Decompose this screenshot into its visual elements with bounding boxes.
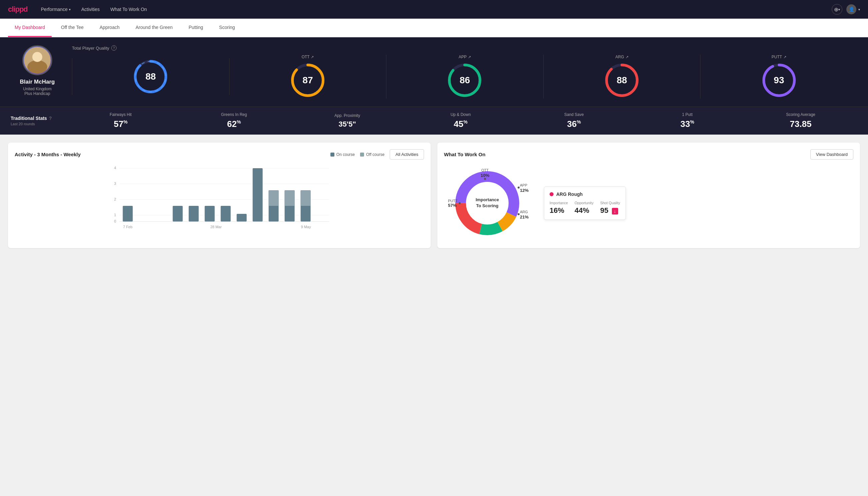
quality-section: Total Player Quality ? 88: [72, 45, 857, 98]
legend-off-course: Off course: [360, 152, 384, 157]
svg-text:57%: 57%: [448, 203, 457, 208]
stat-app-proximity: App. Proximity 35'5": [291, 113, 404, 128]
svg-text:APP: APP: [520, 183, 527, 187]
svg-rect-29: [269, 190, 279, 206]
activity-chart-area: 4 3 2 1 0: [15, 165, 424, 232]
svg-text:12%: 12%: [520, 188, 528, 193]
stats-label-section: Traditional Stats ? Last 20 rounds: [11, 115, 64, 126]
user-avatar-icon: 👤: [846, 4, 856, 14]
svg-text:ARG: ARG: [520, 210, 528, 214]
svg-rect-26: [237, 214, 247, 221]
legend-on-course: On course: [330, 152, 355, 157]
svg-text:2: 2: [114, 197, 116, 201]
opportunity-metric: Opportunity 44%: [574, 201, 594, 215]
stat-up-down: Up & Down 45%: [404, 112, 517, 129]
chart-legend: On course Off course: [330, 152, 385, 157]
chevron-down-icon: ▾: [69, 7, 70, 11]
trend-up-icon: ↗: [784, 55, 786, 59]
trend-up-icon: ↗: [468, 55, 471, 59]
tab-my-dashboard[interactable]: My Dashboard: [8, 19, 52, 37]
gauge-label-ott: OTT ↗: [301, 55, 314, 59]
logo[interactable]: clippd: [8, 5, 28, 14]
nav-activities[interactable]: Activities: [81, 7, 99, 12]
svg-rect-23: [189, 206, 199, 221]
gauge-label-arg: ARG ↗: [616, 55, 629, 59]
svg-text:PUTT: PUTT: [448, 199, 458, 203]
svg-rect-22: [173, 206, 183, 221]
view-dashboard-button[interactable]: View Dashboard: [810, 149, 853, 159]
info-metrics: Importance 16% Opportunity 44% Shot Qual…: [550, 201, 620, 215]
gauge-circle-app: 86: [446, 62, 483, 98]
donut-area: Importance To Scoring PUTT 57% OTT 10% A…: [444, 165, 853, 242]
quality-label: Total Player Quality ?: [72, 45, 857, 51]
tab-around-the-green[interactable]: Around the Green: [129, 19, 179, 37]
svg-rect-31: [285, 190, 295, 206]
gauge-value-putt: 93: [774, 75, 784, 86]
svg-rect-21: [123, 206, 133, 221]
tab-off-the-tee[interactable]: Off the Tee: [54, 19, 90, 37]
nav-what-to-work-on[interactable]: What To Work On: [110, 7, 147, 12]
stats-row: Traditional Stats ? Last 20 rounds Fairw…: [11, 112, 857, 129]
tab-scoring[interactable]: Scoring: [212, 19, 241, 37]
shot-quality-value: 95 ↓: [600, 206, 620, 215]
all-activities-button[interactable]: All Activities: [390, 149, 424, 159]
player-handicap: Plus Handicap: [24, 91, 50, 96]
activity-chart-title: Activity - 3 Months - Weekly: [15, 152, 81, 157]
header-right: ⊕ ▾ 👤 ▾: [832, 4, 860, 15]
gauge-circle-total: 88: [132, 58, 169, 95]
gauge-app: APP ↗ 86: [386, 55, 543, 98]
gauge-putt: PUTT ↗ 93: [700, 55, 857, 98]
stat-scoring-average: Scoring Average 73.85: [744, 112, 857, 129]
svg-point-45: [459, 202, 461, 204]
info-panel-title: ARG Rough: [550, 191, 620, 197]
importance-metric: Importance 16%: [550, 201, 568, 215]
svg-rect-33: [301, 190, 311, 206]
user-menu[interactable]: 👤 ▾: [846, 4, 860, 14]
main-nav: Performance ▾ Activities What To Work On: [41, 7, 147, 12]
chevron-down-icon: ▾: [858, 7, 860, 11]
gauge-circle-arg: 88: [603, 62, 640, 98]
trend-up-icon: ↗: [311, 55, 314, 59]
gauge-value-total: 88: [145, 71, 156, 82]
stat-1-putt: 1 Putt 33%: [631, 112, 744, 129]
shot-quality-metric: Shot Quality 95 ↓: [600, 201, 620, 215]
player-name: Blair McHarg: [20, 79, 55, 85]
main-content: Activity - 3 Months - Weekly On course O…: [0, 135, 868, 256]
activity-chart-svg: 4 3 2 1 0: [15, 165, 424, 232]
trend-up-icon: ↗: [626, 55, 629, 59]
player-country: United Kingdom: [23, 87, 51, 91]
header: clippd Performance ▾ Activities What To …: [0, 0, 868, 19]
stats-title: Traditional Stats ?: [11, 115, 64, 121]
nav-performance[interactable]: Performance ▾: [41, 7, 70, 12]
donut-svg: Importance To Scoring PUTT 57% OTT 10% A…: [444, 165, 537, 242]
help-icon[interactable]: ?: [111, 45, 116, 51]
page-tabs: My Dashboard Off the Tee Approach Around…: [0, 19, 868, 37]
svg-text:3: 3: [114, 182, 116, 186]
arg-rough-label: ARG Rough: [556, 191, 583, 197]
shot-quality-label: Shot Quality: [600, 201, 620, 205]
svg-rect-27: [253, 168, 263, 221]
wtwon-title: What To Work On: [444, 152, 485, 157]
svg-text:1: 1: [114, 213, 116, 217]
svg-text:Importance: Importance: [476, 197, 499, 202]
importance-label: Importance: [550, 201, 568, 205]
opportunity-value: 44%: [574, 206, 594, 215]
shot-quality-badge: ↓: [612, 208, 618, 215]
gauge-label-app: APP ↗: [459, 55, 471, 59]
donut-chart-wrapper: Importance To Scoring PUTT 57% OTT 10% A…: [444, 165, 537, 242]
dashboard-banner: Blair McHarg United Kingdom Plus Handica…: [0, 37, 868, 107]
activity-card-header: Activity - 3 Months - Weekly On course O…: [15, 149, 424, 159]
svg-rect-25: [221, 206, 231, 221]
opportunity-label: Opportunity: [574, 201, 594, 205]
svg-rect-24: [205, 206, 215, 221]
tab-putting[interactable]: Putting: [182, 19, 210, 37]
importance-value: 16%: [550, 206, 568, 215]
stat-greens-in-reg: Greens In Reg 62%: [177, 112, 290, 129]
add-button[interactable]: ⊕ ▾: [832, 4, 842, 15]
tab-approach[interactable]: Approach: [93, 19, 126, 37]
help-icon[interactable]: ?: [49, 115, 52, 121]
avatar: [22, 45, 52, 75]
gauge-value-arg: 88: [617, 75, 627, 86]
what-to-work-on-card: What To Work On View Dashboard: [437, 143, 860, 248]
stats-banner: Traditional Stats ? Last 20 rounds Fairw…: [0, 107, 868, 135]
